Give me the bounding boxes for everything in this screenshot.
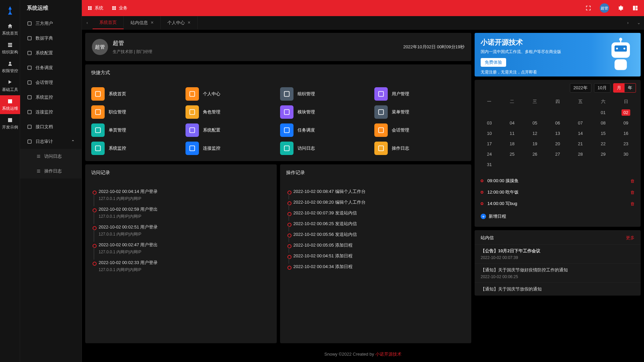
cal-day-16[interactable]: 16 [614, 128, 637, 139]
sub-child-8-1[interactable]: 操作日志 [20, 164, 82, 178]
cal-day-13[interactable]: 13 [546, 128, 569, 139]
cal-day-26[interactable]: 26 [524, 149, 546, 159]
cal-day-17[interactable]: 17 [478, 139, 501, 149]
message-item-2[interactable]: 【通知】关于国庆节放假的通知 [475, 282, 641, 296]
cal-day-4[interactable]: 04 [501, 118, 524, 128]
tab-1[interactable]: 站内信息✕ [124, 16, 161, 29]
cal-day-29[interactable]: 29 [592, 149, 614, 159]
layout-icon[interactable] [632, 5, 639, 11]
cal-day-25[interactable]: 25 [501, 149, 524, 159]
cal-day-7[interactable]: 07 [569, 118, 592, 128]
message-item-0[interactable]: 【公告】10月2日下午工作会议2022-10-02 00:07:39 [475, 244, 641, 263]
mini-item-4[interactable]: 系统运维 [0, 95, 20, 114]
timeline-item: 2022-10-02 00:02:51 用户登录127.0.0.1 内网IP|内… [91, 224, 271, 237]
shortcut-15[interactable]: 操作日志 [374, 142, 465, 155]
cal-seg-month[interactable]: 月 [613, 84, 625, 92]
shortcut-11[interactable]: 会话管理 [374, 123, 465, 137]
messages-more[interactable]: 更多 [626, 235, 635, 241]
tabbar: ‹ 系统首页站内信息✕个人中心✕ › ⌄ [82, 16, 644, 30]
cal-day-8[interactable]: 08 [592, 118, 614, 128]
cal-day-14[interactable]: 14 [569, 128, 592, 139]
cal-day-27[interactable]: 27 [546, 149, 569, 159]
trash-icon[interactable]: 🗑 [630, 201, 635, 206]
svg-rect-8 [28, 140, 32, 144]
cal-day-11[interactable]: 11 [501, 128, 524, 139]
tab-menu-icon[interactable]: ⌄ [633, 16, 644, 29]
sub-item-0[interactable]: 三方用户 [20, 16, 82, 31]
cal-day-18[interactable]: 18 [501, 139, 524, 149]
cal-day-1[interactable]: 01 [592, 107, 614, 118]
cal-day-19[interactable]: 19 [524, 139, 546, 149]
footer-link[interactable]: 小诺开源技术 [375, 352, 401, 357]
svg-rect-12 [90, 8, 92, 10]
sub-item-8[interactable]: 日志审计⌃ [20, 134, 82, 149]
mini-item-1[interactable]: 组织架构 [0, 39, 20, 58]
cal-day-28[interactable]: 28 [569, 149, 592, 159]
trash-icon[interactable]: 🗑 [630, 190, 635, 195]
sub-item-7[interactable]: 接口文档 [20, 119, 82, 134]
tab-next-icon[interactable]: › [623, 16, 633, 29]
cal-day-30[interactable]: 30 [614, 149, 637, 159]
svg-rect-9 [88, 6, 90, 8]
cal-day-20[interactable]: 20 [546, 139, 569, 149]
sub-child-8-0[interactable]: 访问日志 [20, 149, 82, 164]
settings-icon[interactable] [617, 5, 624, 11]
shortcut-3[interactable]: 用户管理 [374, 87, 465, 101]
cal-day-22[interactable]: 22 [592, 139, 614, 149]
tab-close-icon[interactable]: ✕ [151, 20, 154, 25]
cal-seg-year[interactable]: 年 [625, 84, 636, 92]
cal-year-select[interactable]: 2022年 [570, 83, 591, 93]
tab-2[interactable]: 个人中心✕ [161, 16, 198, 29]
shortcut-13[interactable]: 连接监控 [185, 142, 276, 155]
shortcut-1[interactable]: 个人中心 [185, 87, 276, 101]
cal-day-10[interactable]: 10 [478, 128, 501, 139]
shortcut-12[interactable]: 系统监控 [91, 142, 182, 155]
shortcut-8[interactable]: 单页管理 [91, 123, 182, 137]
cal-day-23[interactable]: 23 [614, 139, 637, 149]
top-link-0[interactable]: 系统 [87, 5, 103, 11]
top-link-1[interactable]: 业务 [111, 5, 127, 11]
tab-prev-icon[interactable]: ‹ [82, 16, 93, 29]
sub-item-6[interactable]: 连接监控 [20, 105, 82, 119]
sub-item-4[interactable]: 会话管理 [20, 75, 82, 90]
cal-day-9[interactable]: 09 [614, 118, 637, 128]
shortcut-5[interactable]: 角色管理 [185, 105, 276, 119]
shortcut-icon [374, 105, 388, 119]
fullscreen-icon[interactable] [585, 5, 592, 11]
shortcut-0[interactable]: 系统首页 [91, 87, 182, 101]
mini-item-5[interactable]: 开发示例 [0, 114, 20, 133]
tab-close-icon[interactable]: ✕ [187, 20, 191, 25]
message-item-1[interactable]: 【通知】关于国庆节做好疫情防控工作的通知2022-10-02 00:06:25 [475, 263, 641, 282]
shortcut-10[interactable]: 任务调度 [280, 123, 371, 137]
cal-day-15[interactable]: 15 [592, 128, 614, 139]
shortcut-6[interactable]: 模块管理 [280, 105, 371, 119]
shortcut-4[interactable]: 职位管理 [91, 105, 182, 119]
promo-banner[interactable]: 小诺开源技术 国内一流中国式工作流、多租户等尽在商业版 免费体验 无需注册，无需… [475, 33, 641, 76]
mini-item-0[interactable]: 系统首页 [0, 20, 20, 39]
cal-day-3[interactable]: 03 [478, 118, 501, 128]
cal-day-12[interactable]: 12 [524, 128, 546, 139]
sub-sidebar: 系统运维 三方用户数据字典系统配置任务调度会话管理系统监控连接监控接口文档日志审… [20, 0, 82, 362]
cal-day-5[interactable]: 05 [524, 118, 546, 128]
mini-item-2[interactable]: 权限管控 [0, 58, 20, 76]
user-avatar[interactable]: 超管 [600, 3, 609, 13]
cal-day-6[interactable]: 06 [546, 118, 569, 128]
trash-icon[interactable]: 🗑 [630, 178, 635, 184]
cal-day-2[interactable]: 02 [614, 107, 637, 118]
agenda-add[interactable]: +新增日程 [481, 209, 635, 223]
sub-item-1[interactable]: 数据字典 [20, 31, 82, 46]
shortcut-14[interactable]: 访问日志 [280, 142, 371, 155]
shortcut-9[interactable]: 系统配置 [185, 123, 276, 137]
sub-item-3[interactable]: 任务调度 [20, 60, 82, 75]
sub-item-2[interactable]: 系统配置 [20, 46, 82, 60]
tab-0[interactable]: 系统首页 [93, 16, 124, 29]
cal-month-select[interactable]: 10月 [594, 83, 610, 93]
sub-item-5[interactable]: 系统监控 [20, 90, 82, 105]
shortcut-7[interactable]: 菜单管理 [374, 105, 465, 119]
cal-day-31[interactable]: 31 [478, 159, 501, 170]
mini-item-3[interactable]: 基础工具 [0, 76, 20, 95]
shortcut-2[interactable]: 组织管理 [280, 87, 371, 101]
banner-button[interactable]: 免费体验 [481, 58, 506, 67]
cal-day-24[interactable]: 24 [478, 149, 501, 159]
cal-day-21[interactable]: 21 [569, 139, 592, 149]
